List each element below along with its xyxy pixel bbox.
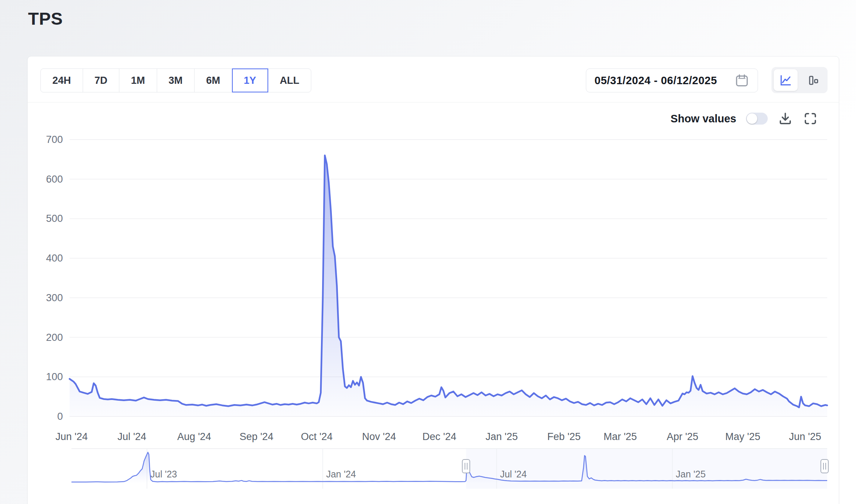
x-axis-label: Dec '24: [422, 431, 456, 442]
y-axis-label: 100: [46, 371, 63, 382]
x-axis-label: Sep '24: [239, 431, 273, 442]
main-chart[interactable]: 0100200300400500600700Jun '24Jul '24Aug …: [28, 127, 829, 446]
range-button-24h[interactable]: 24H: [40, 68, 83, 92]
range-button-7d[interactable]: 7D: [83, 68, 120, 92]
brush-handle-right[interactable]: [821, 459, 828, 473]
line-chart-icon: [779, 73, 792, 87]
line-chart-type-button[interactable]: [774, 69, 798, 91]
show-values-toggle[interactable]: [746, 113, 768, 125]
x-axis-label: Jan '25: [486, 431, 518, 442]
range-button-3m[interactable]: 3M: [157, 68, 195, 92]
x-axis-label: Nov '24: [362, 431, 396, 442]
x-axis-label: May '25: [725, 431, 761, 442]
navigator-chart[interactable]: Jul '23Jan '24Jul '24Jan '25: [28, 448, 829, 504]
date-range-picker[interactable]: 05/31/2024 - 06/12/2025: [586, 68, 758, 92]
y-axis-label: 700: [46, 134, 63, 145]
toggle-knob: [747, 113, 757, 124]
chart-controls: Show values: [670, 109, 818, 128]
bar-chart-type-button[interactable]: [801, 69, 825, 91]
x-axis-label: Mar '25: [603, 431, 637, 442]
y-axis-label: 500: [46, 213, 63, 224]
x-axis-label: Jun '24: [55, 431, 88, 442]
time-range-group: 24H7D1M3M6M1YALL: [40, 68, 311, 92]
calendar-icon: [734, 73, 749, 88]
bar-chart-icon: [807, 74, 820, 86]
nav-axis-label: Jan '25: [676, 469, 706, 479]
x-axis-label: Feb '25: [547, 431, 581, 442]
y-axis-label: 200: [46, 332, 63, 343]
chart-toolbar: 24H7D1M3M6M1YALL 05/31/2024 - 06/12/2025: [28, 56, 839, 103]
download-button[interactable]: [777, 111, 793, 126]
x-axis-label: Jul '24: [117, 431, 146, 442]
range-button-1y[interactable]: 1Y: [232, 68, 268, 92]
brush-handle-left[interactable]: [462, 459, 470, 473]
area-fill: [70, 155, 827, 416]
y-axis-label: 300: [46, 292, 63, 303]
x-axis-label: Oct '24: [301, 431, 333, 442]
nav-axis-label: Jul '23: [150, 469, 177, 479]
fullscreen-button[interactable]: [803, 111, 818, 126]
nav-axis-label: Jul '24: [500, 469, 527, 479]
chart-card: 24H7D1M3M6M1YALL 05/31/2024 - 06/12/2025: [27, 56, 839, 504]
range-button-6m[interactable]: 6M: [194, 68, 232, 92]
x-axis-label: Aug '24: [177, 431, 211, 442]
show-values-label: Show values: [670, 113, 736, 125]
y-axis-label: 400: [46, 253, 63, 264]
y-axis-label: 600: [46, 174, 63, 185]
range-button-1m[interactable]: 1M: [119, 68, 157, 92]
fullscreen-icon: [803, 111, 818, 126]
x-axis-label: Jun '25: [789, 431, 821, 442]
page-title: TPS: [28, 8, 63, 29]
nav-axis-label: Jan '24: [326, 469, 356, 479]
date-range-value: 05/31/2024 - 06/12/2025: [594, 74, 734, 87]
download-icon: [777, 111, 793, 126]
range-button-all[interactable]: ALL: [268, 68, 311, 92]
tps-line-series[interactable]: [70, 155, 827, 407]
chart-type-toggle: [771, 67, 828, 93]
x-axis-label: Apr '25: [667, 431, 698, 442]
y-axis-label: 0: [57, 411, 63, 422]
